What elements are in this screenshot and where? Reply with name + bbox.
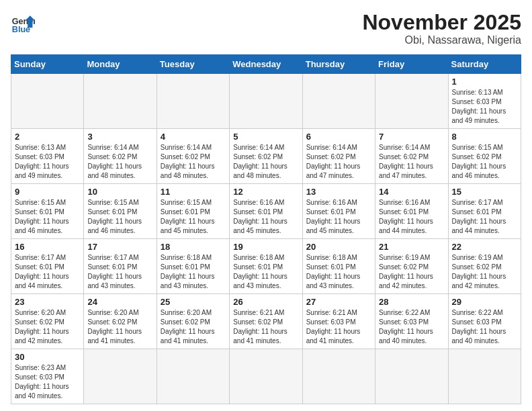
calendar-cell xyxy=(448,349,521,404)
day-number: 1 xyxy=(452,77,517,87)
day-number: 20 xyxy=(306,242,371,252)
calendar-header-row: SundayMondayTuesdayWednesdayThursdayFrid… xyxy=(11,55,521,74)
calendar-table: SundayMondayTuesdayWednesdayThursdayFrid… xyxy=(11,54,521,404)
day-info: Sunrise: 6:13 AM Sunset: 6:03 PM Dayligh… xyxy=(15,143,80,181)
day-info: Sunrise: 6:15 AM Sunset: 6:01 PM Dayligh… xyxy=(15,198,80,236)
calendar-cell: 28Sunrise: 6:22 AM Sunset: 6:03 PM Dayli… xyxy=(375,294,448,349)
day-number: 18 xyxy=(161,242,226,252)
day-info: Sunrise: 6:19 AM Sunset: 6:02 PM Dayligh… xyxy=(379,253,444,291)
weekday-header: Thursday xyxy=(302,55,375,74)
day-number: 24 xyxy=(87,297,152,307)
day-number: 9 xyxy=(15,187,80,197)
calendar-cell xyxy=(302,74,375,129)
day-info: Sunrise: 6:21 AM Sunset: 6:03 PM Dayligh… xyxy=(306,308,371,346)
day-number: 22 xyxy=(452,242,517,252)
day-number: 5 xyxy=(233,132,298,142)
day-number: 27 xyxy=(306,297,371,307)
page-header: General Blue November 2025 Obi, Nassaraw… xyxy=(11,11,521,46)
day-number: 16 xyxy=(15,242,80,252)
calendar-cell: 9Sunrise: 6:15 AM Sunset: 6:01 PM Daylig… xyxy=(11,184,84,239)
weekday-header: Wednesday xyxy=(230,55,302,74)
day-info: Sunrise: 6:20 AM Sunset: 6:02 PM Dayligh… xyxy=(87,308,152,346)
calendar-cell: 24Sunrise: 6:20 AM Sunset: 6:02 PM Dayli… xyxy=(84,294,157,349)
day-number: 2 xyxy=(15,132,80,142)
day-info: Sunrise: 6:22 AM Sunset: 6:03 PM Dayligh… xyxy=(379,308,444,346)
day-info: Sunrise: 6:18 AM Sunset: 6:01 PM Dayligh… xyxy=(233,253,298,291)
calendar-cell: 16Sunrise: 6:17 AM Sunset: 6:01 PM Dayli… xyxy=(11,239,84,294)
calendar-cell: 29Sunrise: 6:22 AM Sunset: 6:03 PM Dayli… xyxy=(448,294,521,349)
calendar-cell: 2Sunrise: 6:13 AM Sunset: 6:03 PM Daylig… xyxy=(11,129,84,184)
title-area: November 2025 Obi, Nassarawa, Nigeria xyxy=(362,11,521,46)
calendar-cell: 3Sunrise: 6:14 AM Sunset: 6:02 PM Daylig… xyxy=(84,129,157,184)
day-info: Sunrise: 6:15 AM Sunset: 6:02 PM Dayligh… xyxy=(452,143,517,181)
day-number: 30 xyxy=(15,352,80,362)
weekday-header: Monday xyxy=(84,55,157,74)
day-number: 12 xyxy=(233,187,298,197)
weekday-header: Friday xyxy=(375,55,448,74)
weekday-header: Saturday xyxy=(448,55,521,74)
calendar-cell xyxy=(84,349,157,404)
day-number: 6 xyxy=(306,132,371,142)
calendar-cell: 15Sunrise: 6:17 AM Sunset: 6:01 PM Dayli… xyxy=(448,184,521,239)
location-subtitle: Obi, Nassarawa, Nigeria xyxy=(362,34,521,46)
calendar-cell: 7Sunrise: 6:14 AM Sunset: 6:02 PM Daylig… xyxy=(375,129,448,184)
day-info: Sunrise: 6:23 AM Sunset: 6:03 PM Dayligh… xyxy=(15,363,80,401)
calendar-cell: 11Sunrise: 6:15 AM Sunset: 6:01 PM Dayli… xyxy=(157,184,229,239)
day-info: Sunrise: 6:17 AM Sunset: 6:01 PM Dayligh… xyxy=(15,253,80,291)
day-info: Sunrise: 6:20 AM Sunset: 6:02 PM Dayligh… xyxy=(15,308,80,346)
day-number: 11 xyxy=(161,187,226,197)
calendar-cell: 8Sunrise: 6:15 AM Sunset: 6:02 PM Daylig… xyxy=(448,129,521,184)
day-number: 23 xyxy=(15,297,80,307)
day-number: 29 xyxy=(452,297,517,307)
calendar-cell xyxy=(11,74,84,129)
day-number: 17 xyxy=(87,242,152,252)
calendar-cell xyxy=(375,349,448,404)
calendar-cell: 30Sunrise: 6:23 AM Sunset: 6:03 PM Dayli… xyxy=(11,349,84,404)
calendar-cell: 27Sunrise: 6:21 AM Sunset: 6:03 PM Dayli… xyxy=(302,294,375,349)
day-info: Sunrise: 6:20 AM Sunset: 6:02 PM Dayligh… xyxy=(161,308,226,346)
day-info: Sunrise: 6:18 AM Sunset: 6:01 PM Dayligh… xyxy=(161,253,226,291)
calendar-cell xyxy=(157,74,229,129)
day-info: Sunrise: 6:14 AM Sunset: 6:02 PM Dayligh… xyxy=(233,143,298,181)
svg-text:Blue: Blue xyxy=(12,25,30,34)
calendar-week-row: 9Sunrise: 6:15 AM Sunset: 6:01 PM Daylig… xyxy=(11,184,521,239)
calendar-cell: 23Sunrise: 6:20 AM Sunset: 6:02 PM Dayli… xyxy=(11,294,84,349)
calendar-cell: 25Sunrise: 6:20 AM Sunset: 6:02 PM Dayli… xyxy=(157,294,229,349)
day-info: Sunrise: 6:21 AM Sunset: 6:02 PM Dayligh… xyxy=(233,308,298,346)
calendar-cell: 5Sunrise: 6:14 AM Sunset: 6:02 PM Daylig… xyxy=(230,129,302,184)
day-number: 3 xyxy=(87,132,152,142)
day-info: Sunrise: 6:14 AM Sunset: 6:02 PM Dayligh… xyxy=(87,143,152,181)
day-number: 28 xyxy=(379,297,444,307)
calendar-week-row: 2Sunrise: 6:13 AM Sunset: 6:03 PM Daylig… xyxy=(11,129,521,184)
day-info: Sunrise: 6:15 AM Sunset: 6:01 PM Dayligh… xyxy=(87,198,152,236)
calendar-cell: 12Sunrise: 6:16 AM Sunset: 6:01 PM Dayli… xyxy=(230,184,302,239)
calendar-cell: 4Sunrise: 6:14 AM Sunset: 6:02 PM Daylig… xyxy=(157,129,229,184)
calendar-cell xyxy=(375,74,448,129)
weekday-header: Tuesday xyxy=(157,55,229,74)
calendar-cell xyxy=(84,74,157,129)
calendar-cell: 17Sunrise: 6:17 AM Sunset: 6:01 PM Dayli… xyxy=(84,239,157,294)
day-number: 13 xyxy=(306,187,371,197)
day-info: Sunrise: 6:16 AM Sunset: 6:01 PM Dayligh… xyxy=(233,198,298,236)
calendar-cell: 13Sunrise: 6:16 AM Sunset: 6:01 PM Dayli… xyxy=(302,184,375,239)
day-info: Sunrise: 6:18 AM Sunset: 6:01 PM Dayligh… xyxy=(306,253,371,291)
calendar-cell: 18Sunrise: 6:18 AM Sunset: 6:01 PM Dayli… xyxy=(157,239,229,294)
day-number: 26 xyxy=(233,297,298,307)
calendar-week-row: 1Sunrise: 6:13 AM Sunset: 6:03 PM Daylig… xyxy=(11,74,521,129)
logo-icon: General Blue xyxy=(11,11,35,35)
day-number: 8 xyxy=(452,132,517,142)
calendar-cell: 22Sunrise: 6:19 AM Sunset: 6:02 PM Dayli… xyxy=(448,239,521,294)
calendar-cell xyxy=(230,349,302,404)
calendar-week-row: 23Sunrise: 6:20 AM Sunset: 6:02 PM Dayli… xyxy=(11,294,521,349)
day-number: 14 xyxy=(379,187,444,197)
day-info: Sunrise: 6:15 AM Sunset: 6:01 PM Dayligh… xyxy=(161,198,226,236)
day-info: Sunrise: 6:19 AM Sunset: 6:02 PM Dayligh… xyxy=(452,253,517,291)
calendar-cell: 10Sunrise: 6:15 AM Sunset: 6:01 PM Dayli… xyxy=(84,184,157,239)
calendar-cell xyxy=(157,349,229,404)
day-info: Sunrise: 6:14 AM Sunset: 6:02 PM Dayligh… xyxy=(306,143,371,181)
calendar-cell xyxy=(302,349,375,404)
day-info: Sunrise: 6:14 AM Sunset: 6:02 PM Dayligh… xyxy=(379,143,444,181)
calendar-cell: 1Sunrise: 6:13 AM Sunset: 6:03 PM Daylig… xyxy=(448,74,521,129)
day-info: Sunrise: 6:17 AM Sunset: 6:01 PM Dayligh… xyxy=(452,198,517,236)
day-info: Sunrise: 6:14 AM Sunset: 6:02 PM Dayligh… xyxy=(161,143,226,181)
